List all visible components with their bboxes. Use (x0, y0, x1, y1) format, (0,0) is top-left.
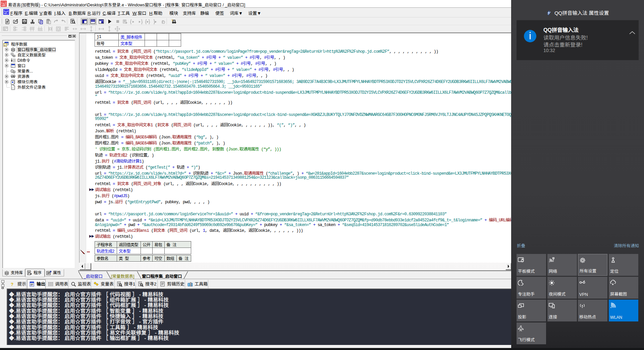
svg-text:?: ? (11, 282, 13, 287)
svg-text:e: e (4, 44, 6, 47)
